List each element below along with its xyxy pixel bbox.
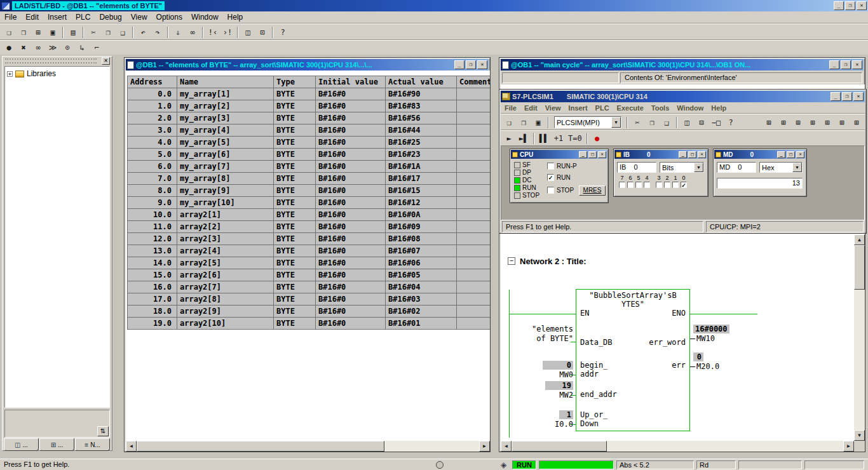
cell-actual-value[interactable]: B#16#04 [386,281,457,293]
table-row[interactable]: 0.0my_array[1]BYTEB#16#0B#16#90 [128,88,491,100]
ob1-horizontal-scrollbar[interactable]: ◄ ► [501,441,854,452]
cell-address[interactable]: 8.0 [128,185,177,197]
menu-insert[interactable]: Insert [43,12,71,22]
paste-icon[interactable]: ❑ [116,26,130,39]
monitor-value-err[interactable]: 0 [693,352,703,361]
bit-checkbox-1[interactable] [672,182,679,188]
menu-file[interactable]: File [0,12,21,22]
scroll-left-icon[interactable]: ◄ [126,441,137,452]
checkbox-run-p[interactable] [547,163,554,170]
cell-address[interactable]: 14.0 [128,257,177,269]
cell-type[interactable]: BYTE [274,185,316,197]
cell-type[interactable]: BYTE [274,209,316,221]
cell-name[interactable]: array2[4] [177,245,274,257]
cell-type[interactable]: BYTE [274,100,316,112]
new-window-icon[interactable]: ◫ [680,116,694,129]
cell-address[interactable]: 7.0 [128,173,177,185]
maximize-button[interactable]: □ [688,151,696,158]
paste-icon[interactable]: ❑ [660,116,674,129]
md-format-select[interactable]: Hex ▼ [759,162,803,173]
copy-icon[interactable]: ❐ [101,26,115,39]
column-header[interactable]: Type [274,76,316,88]
cell-name[interactable]: array2[9] [177,306,274,318]
close-button[interactable]: ✕ [698,151,706,158]
cell-address[interactable]: 3.0 [128,124,177,137]
minimize-button[interactable]: _ [834,1,844,10]
cut-icon[interactable]: ✂ [630,116,644,129]
cell-name[interactable]: array2[10] [177,318,274,330]
md-address-field[interactable]: MD 0 [717,162,756,173]
table-row[interactable]: 1.0my_array[2]BYTEB#16#0B#16#83 [128,100,491,112]
next-cycle-icon[interactable]: +1 [552,132,566,145]
restore-button[interactable]: ❐ [842,92,852,101]
cell-address[interactable]: 4.0 [128,137,177,149]
ob1-titlebar[interactable]: @OB1 -- "main cycle" -- array_sort\SIMAT… [501,59,864,70]
cell-name[interactable]: array2[2] [177,221,274,233]
monitor-value-up-or-down[interactable]: 1 [559,410,573,419]
sim-menu-help[interactable]: Help [707,104,730,112]
cell-initial-value[interactable]: B#16#0 [316,137,386,149]
dropdown-arrow-icon[interactable]: ▼ [694,163,703,172]
minimize-button[interactable]: _ [831,92,841,101]
cell-address[interactable]: 1.0 [128,100,177,112]
cell-actual-value[interactable]: B#16#02 [386,306,457,318]
menu-help[interactable]: Help [223,12,248,22]
new-icon[interactable]: ❏ [2,26,16,39]
undo-icon[interactable]: ↶ [136,26,150,39]
crossing-icon[interactable]: ✖ [17,41,31,54]
cell-initial-value[interactable]: B#16#0 [316,124,386,137]
cell-comment[interactable] [457,100,491,112]
restore-button[interactable]: ❐ [845,1,855,10]
cell-comment[interactable] [457,137,491,149]
open-icon[interactable]: ❒ [17,26,31,39]
cell-name[interactable]: array2[7] [177,281,274,293]
cell-address[interactable]: 0.0 [128,88,177,100]
table-row[interactable]: 17.0array2[8]BYTEB#16#0B#16#03 [128,293,491,306]
cell-name[interactable]: my_array[8] [177,173,274,185]
minimize-button[interactable]: _ [579,151,587,158]
cell-address[interactable]: 5.0 [128,149,177,161]
md-value-field[interactable]: 13 [717,178,803,189]
close-button[interactable]: ✕ [857,1,867,10]
cell-initial-value[interactable]: B#16#0 [316,318,386,330]
cell-type[interactable]: BYTE [274,306,316,318]
cell-name[interactable]: my_array[6] [177,149,274,161]
reset-timers-icon[interactable]: T=0 [566,132,584,145]
cell-type[interactable]: BYTE [274,245,316,257]
main-titlebar[interactable]: LAD/STL/FBD - @DB1 -- "elements of BYTE"… [0,0,868,11]
monitor-value-end-addr[interactable]: 19 [545,381,573,390]
cell-actual-value[interactable]: B#16#25 [386,137,457,149]
cell-comment[interactable] [457,269,491,281]
cell-comment[interactable] [457,112,491,124]
split-window-icon[interactable]: ⊟ [695,116,709,129]
cell-address[interactable]: 19.0 [128,318,177,330]
dropdown-arrow-icon[interactable]: ▼ [792,163,802,172]
cell-comment[interactable] [457,233,491,245]
bit-checkbox-4[interactable] [644,182,650,188]
cell-name[interactable]: array2[6] [177,269,274,281]
copy-icon[interactable]: ❐ [645,116,659,129]
operand-up-or-down[interactable]: I0.0 [555,420,573,429]
cell-type[interactable]: BYTE [274,124,316,137]
sort-button[interactable]: ⇅ [97,426,109,436]
cell-initial-value[interactable]: B#16#0 [316,245,386,257]
monitor-glasses-icon[interactable]: ∞ [186,26,200,39]
column-header[interactable]: Name [177,76,274,88]
cell-comment[interactable] [457,161,491,173]
cell-initial-value[interactable]: B#16#0 [316,306,386,318]
cell-name[interactable]: my_array[2] [177,100,274,112]
sim-menu-tools[interactable]: Tools [648,104,674,112]
coil-icon[interactable]: ⊙ [60,41,74,54]
tree-item-libraries[interactable]: + Libraries [7,69,107,78]
tab-program-elements[interactable]: ◫... [4,438,39,451]
insert-counter-icon[interactable]: ⊞ [820,116,834,129]
cell-name[interactable]: array2[3] [177,233,274,245]
minimize-button[interactable]: _ [829,60,839,69]
table-row[interactable]: 6.0my_array[7]BYTEB#16#0B#16#1A [128,161,491,173]
operand-begin-addr[interactable]: MW0 [559,370,573,379]
cell-actual-value[interactable]: B#16#90 [386,88,457,100]
minimize-button[interactable]: _ [777,151,785,158]
panel-grip[interactable] [5,58,97,64]
cell-initial-value[interactable]: B#16#0 [316,257,386,269]
close-button[interactable]: ✕ [477,60,487,69]
